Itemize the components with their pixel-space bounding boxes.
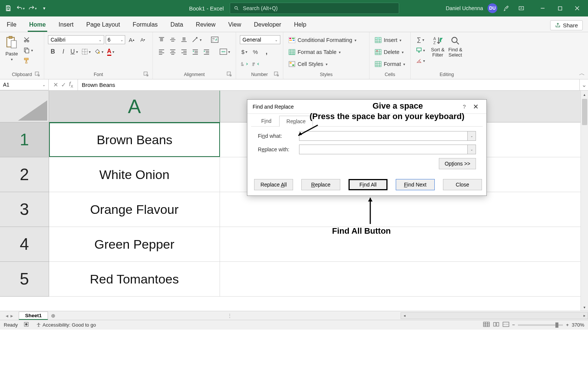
accounting-icon[interactable]: $▾ [240,47,249,56]
scroll-up-icon[interactable]: ▴ [581,91,588,98]
clear-icon[interactable]: ▾ [414,56,426,65]
tab-insert[interactable]: Insert [57,18,75,32]
zoom-level[interactable]: 370% [572,322,584,328]
font-size-combo[interactable]: 6⌄ [106,35,125,44]
merge-center-icon[interactable]: ▾ [218,47,232,56]
launcher-icon[interactable] [274,72,279,77]
qat-customize-icon[interactable]: ▾ [38,2,50,14]
tab-review[interactable]: Review [195,18,217,32]
scroll-down-icon[interactable]: ▾ [581,303,588,311]
align-bottom-icon[interactable] [179,35,189,44]
close-button[interactable]: Close [443,179,482,190]
launcher-icon[interactable] [35,72,40,77]
scroll-left-icon[interactable]: ◂ [401,313,408,318]
sort-filter-button[interactable]: AZ Sort & Filter [429,34,446,59]
formula-input[interactable]: Brown Beans [78,79,580,90]
scroll-thumb[interactable] [582,99,587,125]
row-header-1[interactable]: 1 [0,122,49,157]
cell-A1[interactable]: Brown Beans [49,122,220,157]
avatar[interactable]: DU [488,3,497,13]
sheet-tab-sheet1[interactable]: Sheet1 [19,312,48,320]
fx-icon[interactable]: fx [69,81,73,89]
zoom-in-icon[interactable]: + [566,322,569,328]
new-sheet-icon[interactable]: ⊕ [48,313,58,319]
row-header-2[interactable]: 2 [0,157,49,192]
tab-replace-in-dialog[interactable]: Replace [279,116,313,127]
collapse-ribbon-icon[interactable]: ︿ [579,70,585,78]
ribbon-mode-icon[interactable] [515,2,527,14]
replace-with-input[interactable]: ⌄ [299,145,476,154]
find-next-button[interactable]: Find Next [396,179,435,190]
tab-find-in-dialog[interactable]: Find [254,115,278,126]
redo-icon[interactable]: ▾ [26,2,38,14]
increase-decimal-icon[interactable]: .0.00 [240,59,250,68]
accessibility-status[interactable]: Accessibility: Good to go [36,322,96,328]
align-top-icon[interactable] [157,35,166,44]
cell-A2[interactable]: White Onion [49,157,220,192]
user-name[interactable]: Daniel Uchenna [446,5,483,11]
cancel-formula-icon[interactable]: ✕ [53,81,58,88]
cell-styles[interactable]: Cell Styles▾ [287,59,358,69]
conditional-formatting[interactable]: Conditional Formatting▾ [287,35,358,45]
undo-icon[interactable]: ▾ [14,2,26,14]
borders-icon[interactable]: ▾ [80,47,92,56]
tab-file[interactable]: File [5,18,18,32]
enter-formula-icon[interactable]: ✓ [61,81,66,88]
orientation-icon[interactable]: ▾ [190,35,203,44]
tab-help[interactable]: Help [292,18,308,32]
name-box[interactable]: A1⌄ [0,79,49,90]
cell-A3[interactable]: Orange Flavour [49,192,220,227]
prev-sheet-icon[interactable]: ◂ [6,313,8,319]
percent-icon[interactable]: % [250,47,260,56]
font-color-icon[interactable]: A▾ [106,47,116,56]
row-header-4[interactable]: 4 [0,227,49,262]
format-painter-icon[interactable] [22,56,31,65]
increase-indent-icon[interactable] [202,47,211,56]
tab-data[interactable]: Data [169,18,185,32]
decrease-font-icon[interactable]: A▾ [138,35,148,44]
replace-with-dropdown-icon[interactable]: ⌄ [467,145,476,154]
decrease-indent-icon[interactable] [190,47,200,56]
scroll-right-icon[interactable]: ▸ [581,313,588,318]
font-name-combo[interactable]: Calibri⌄ [48,35,104,44]
paste-button[interactable]: Paste ▾ [4,34,19,62]
options-button[interactable]: Options >> [439,158,476,169]
format-cells[interactable]: Format▾ [373,59,407,69]
tab-developer[interactable]: Developer [252,18,283,32]
view-layout-icon[interactable] [493,322,500,328]
coming-soon-icon[interactable] [500,2,512,14]
minimize-button[interactable] [534,0,551,16]
align-middle-icon[interactable] [168,35,178,44]
search-box[interactable]: Search (Alt+Q) [230,3,399,14]
row-header-3[interactable]: 3 [0,192,49,227]
copy-icon[interactable]: ▾ [22,46,34,55]
dialog-close-icon[interactable]: ✕ [470,103,481,111]
fill-icon[interactable]: ▾ [414,46,426,55]
view-normal-icon[interactable] [483,322,490,328]
underline-icon[interactable]: U▾ [69,47,79,56]
tab-page-layout[interactable]: Page Layout [85,18,121,32]
macro-record-icon[interactable] [24,322,30,328]
tab-formulas[interactable]: Formulas [131,18,159,32]
launcher-icon[interactable] [144,72,149,77]
select-all-corner[interactable] [0,91,49,122]
maximize-button[interactable] [551,0,569,16]
horizontal-scrollbar[interactable]: ◂ ▸ [401,312,588,319]
autosum-icon[interactable]: ∑▾ [414,35,426,44]
fill-color-icon[interactable]: ▾ [93,47,105,56]
cell-A5[interactable]: Red Tomantoes [49,262,220,296]
format-as-table[interactable]: Format as Table▾ [287,47,358,57]
cell-A4[interactable]: Green Pepper [49,227,220,261]
decrease-decimal-icon[interactable]: .00.0 [251,59,261,68]
tab-home[interactable]: Home [28,18,47,32]
next-sheet-icon[interactable]: ▸ [10,313,13,319]
italic-icon[interactable]: I [58,47,68,56]
wrap-text-icon[interactable]: abc [210,35,220,44]
row-header-5[interactable]: 5 [0,262,49,297]
share-button[interactable]: Share [550,20,583,30]
view-pagebreak-icon[interactable] [503,322,509,328]
column-header-A[interactable]: A [49,91,220,122]
find-what-dropdown-icon[interactable]: ⌄ [467,131,476,140]
align-right-icon[interactable] [179,47,189,56]
dialog-help-icon[interactable]: ? [459,104,470,110]
